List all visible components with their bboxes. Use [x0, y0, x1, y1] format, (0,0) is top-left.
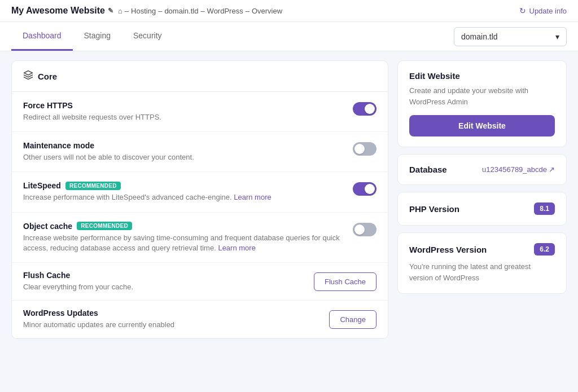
update-info-button[interactable]: ↻ Update info: [519, 6, 567, 15]
toggle-knob: [354, 224, 365, 235]
maintenance-title: Maintenance mode: [23, 141, 344, 150]
flush-cache-info: Flush Cache Clear everything from your c…: [23, 271, 305, 292]
force-https-info: Force HTTPS Redirect all website request…: [23, 101, 344, 122]
panel-header: Core: [12, 61, 388, 92]
edit-website-title: Edit Website: [409, 71, 555, 81]
php-version-label: PHP Version: [409, 204, 459, 214]
force-https-toggle-wrap: [353, 101, 376, 116]
edit-website-card: Edit Website Create and update your webs…: [397, 60, 567, 147]
wordpress-updates-info: WordPress Updates Minor automatic update…: [23, 309, 320, 330]
tab-staging-label: Staging: [84, 31, 111, 40]
site-edit-icon[interactable]: ✎: [108, 7, 113, 15]
wordpress-version-row: WordPress Version 6.2: [409, 243, 555, 256]
tabs: Dashboard Staging Security: [11, 22, 173, 51]
edit-website-desc: Create and update your website with Word…: [409, 85, 555, 107]
refresh-icon: ↻: [519, 6, 526, 15]
litespeed-title: LiteSpeed RECOMMENDED: [23, 181, 344, 190]
litespeed-desc: Increase performance with LiteSpeed's ad…: [23, 192, 344, 202]
wordpress-updates-title: WordPress Updates: [23, 309, 320, 318]
breadcrumb-sep4: –: [246, 7, 249, 15]
home-icon: ⌂: [118, 7, 122, 15]
site-title: My Awesome Website ✎: [11, 6, 113, 16]
php-version-card: PHP Version 8.1: [397, 192, 567, 226]
php-version-badge: 8.1: [534, 202, 555, 215]
maintenance-toggle[interactable]: [353, 142, 376, 156]
force-https-desc: Redirect all website requests over HTTPS…: [23, 112, 344, 122]
wordpress-version-card: WordPress Version 6.2 You're running the…: [397, 232, 567, 294]
flush-cache-button[interactable]: Flush Cache: [314, 272, 376, 291]
object-cache-learn-more-link[interactable]: Learn more: [218, 244, 255, 252]
toggle-knob: [365, 104, 375, 114]
breadcrumb-domain: domain.tld: [164, 7, 198, 15]
external-link-icon: ↗: [549, 165, 555, 174]
breadcrumb-wordpress: WordPress: [207, 7, 243, 15]
setting-force-https: Force HTTPS Redirect all website request…: [12, 92, 388, 132]
tab-security[interactable]: Security: [122, 22, 173, 51]
setting-object-cache: Object cache RECOMMENDED Increase websit…: [12, 213, 388, 263]
flush-cache-row: Flush Cache Clear everything from your c…: [12, 263, 388, 301]
litespeed-toggle-wrap: [353, 181, 376, 196]
update-info-label: Update info: [529, 7, 567, 15]
maintenance-toggle-wrap: [353, 141, 376, 156]
wordpress-updates-button[interactable]: Change: [329, 310, 376, 329]
wordpress-version-badge: 6.2: [534, 243, 555, 256]
breadcrumb-separator: –: [125, 7, 129, 15]
litespeed-toggle[interactable]: [353, 182, 376, 196]
object-cache-toggle[interactable]: [353, 223, 376, 236]
tab-security-label: Security: [133, 31, 162, 40]
setting-maintenance: Maintenance mode Other users will not be…: [12, 132, 388, 172]
force-https-toggle[interactable]: [353, 102, 376, 116]
breadcrumb-sep2: –: [158, 7, 162, 15]
database-link[interactable]: u123456789_abcde ↗: [482, 165, 555, 174]
tab-dashboard[interactable]: Dashboard: [11, 22, 73, 51]
maintenance-info: Maintenance mode Other users will not be…: [23, 141, 344, 162]
edit-website-button[interactable]: Edit Website: [409, 115, 555, 136]
wordpress-updates-row: WordPress Updates Minor automatic update…: [12, 301, 388, 338]
database-card: Database u123456789_abcde ↗: [397, 154, 567, 185]
flush-cache-desc: Clear everything from your cache.: [23, 282, 305, 292]
main-content: Core Force HTTPS Redirect all website re…: [0, 51, 578, 348]
litespeed-info: LiteSpeed RECOMMENDED Increase performan…: [23, 181, 344, 202]
object-cache-title: Object cache RECOMMENDED: [23, 222, 344, 231]
site-title-text: My Awesome Website: [11, 6, 105, 16]
breadcrumb-overview: Overview: [252, 7, 282, 15]
layers-icon: [23, 70, 33, 82]
database-label: Database: [409, 165, 447, 174]
breadcrumb-sep3: –: [200, 7, 204, 15]
breadcrumb: ⌂ – Hosting – domain.tld – WordPress – O…: [118, 7, 282, 15]
object-cache-badge: RECOMMENDED: [77, 222, 132, 230]
left-panel: Core Force HTTPS Redirect all website re…: [11, 60, 388, 339]
tab-dashboard-label: Dashboard: [23, 31, 62, 40]
chevron-down-icon: ▾: [555, 32, 559, 41]
wordpress-version-label: WordPress Version: [409, 245, 487, 254]
tabs-bar: Dashboard Staging Security domain.tld ▾: [0, 22, 578, 51]
wordpress-version-desc: You're running the latest and greatest v…: [409, 261, 555, 283]
object-cache-toggle-wrap: [353, 222, 376, 236]
top-bar: My Awesome Website ✎ ⌂ – Hosting – domai…: [0, 0, 578, 22]
wordpress-updates-desc: Minor automatic updates are currently en…: [23, 320, 320, 330]
database-row: Database u123456789_abcde ↗: [409, 165, 555, 174]
litespeed-badge: RECOMMENDED: [65, 182, 121, 190]
breadcrumb-hosting: Hosting: [131, 7, 156, 15]
database-value: u123456789_abcde: [482, 165, 547, 174]
force-https-title: Force HTTPS: [23, 101, 344, 110]
right-panel: Edit Website Create and update your webs…: [397, 60, 567, 339]
litespeed-learn-more-link[interactable]: Learn more: [234, 193, 271, 201]
tab-staging[interactable]: Staging: [73, 22, 122, 51]
svg-marker-0: [24, 71, 33, 76]
domain-select-value: domain.tld: [461, 32, 498, 41]
object-cache-info: Object cache RECOMMENDED Increase websit…: [23, 222, 344, 253]
php-version-row: PHP Version 8.1: [409, 202, 555, 215]
core-title: Core: [38, 72, 57, 81]
object-cache-desc: Increase website performance by saving t…: [23, 233, 344, 253]
setting-litespeed: LiteSpeed RECOMMENDED Increase performan…: [12, 172, 388, 212]
domain-select[interactable]: domain.tld ▾: [454, 27, 567, 46]
top-bar-left: My Awesome Website ✎ ⌂ – Hosting – domai…: [11, 6, 282, 16]
maintenance-desc: Other users will not be able to discover…: [23, 152, 344, 162]
flush-cache-title: Flush Cache: [23, 271, 305, 280]
